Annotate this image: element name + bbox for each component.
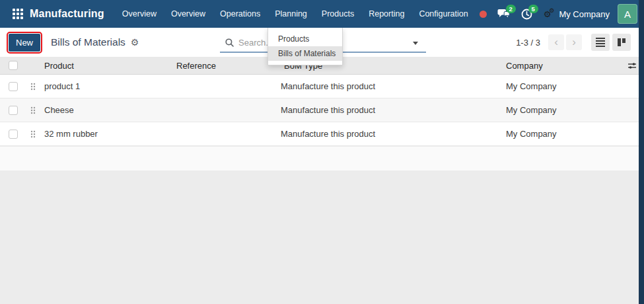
action-gear-icon[interactable]: ⚙: [131, 37, 139, 48]
window-edge-strip: [639, 0, 644, 304]
column-header-product[interactable]: Product: [44, 61, 172, 71]
cell-product: 32 mm rubber: [44, 129, 172, 139]
pager-area: 1-3 / 3 ‹ ›: [516, 34, 639, 51]
drag-handle-icon[interactable]: [30, 106, 36, 114]
app-name[interactable]: Manufacturing: [30, 8, 104, 20]
user-avatar[interactable]: A: [618, 4, 637, 24]
drag-handle-icon[interactable]: [30, 130, 36, 138]
cell-company: My Company: [489, 81, 627, 91]
bom-list-table: Product Reference BoM Type Company: [0, 57, 639, 146]
odoo-manufacturing-screen: Manufacturing Overview Overview Operatio…: [0, 0, 644, 304]
activities-count-badge: 5: [528, 5, 538, 13]
table-row[interactable]: 32 mm rubber Manufacture this product My…: [0, 122, 639, 146]
company-switcher[interactable]: My Company: [559, 9, 610, 19]
activities-button[interactable]: 5: [521, 9, 532, 20]
recording-dot-icon: [480, 11, 487, 18]
pager-next-button[interactable]: ›: [566, 34, 582, 50]
nav-item-operations[interactable]: Operations: [213, 5, 268, 22]
row-checkbox[interactable]: [9, 82, 18, 91]
top-navbar: Manufacturing Overview Overview Operatio…: [0, 0, 644, 28]
kanban-view-icon: [618, 38, 626, 46]
column-header-reference[interactable]: Reference: [172, 61, 281, 71]
pager-prev-button[interactable]: ‹: [548, 34, 564, 50]
systray: 2 5 ⚙⚙ My Company A: [480, 4, 644, 24]
cell-company: My Company: [489, 129, 627, 139]
cell-product: Cheese: [44, 105, 172, 115]
dropdown-item-products[interactable]: Products: [268, 32, 342, 46]
cell-company: My Company: [489, 105, 627, 115]
row-checkbox[interactable]: [9, 130, 18, 139]
nav-item-products[interactable]: Products: [314, 5, 361, 22]
table-row[interactable]: Cheese Manufacture this product My Compa…: [0, 98, 639, 122]
pager-range: 1-3 / 3: [516, 38, 540, 48]
apps-menu-icon[interactable]: [13, 9, 23, 19]
new-button[interactable]: New: [9, 34, 40, 52]
list-view-icon: [596, 38, 605, 47]
select-all-checkbox[interactable]: [9, 61, 18, 70]
adjust-columns-button[interactable]: [627, 61, 639, 70]
cell-bom-type: Manufacture this product: [281, 81, 489, 91]
cell-product: product 1: [44, 81, 172, 91]
cell-bom-type: Manufacture this product: [281, 105, 489, 115]
cell-bom-type: Manufacture this product: [281, 129, 489, 139]
column-header-company[interactable]: Company: [489, 61, 627, 71]
sliders-icon: [627, 61, 637, 70]
select-all-cell: [0, 61, 26, 70]
row-checkbox[interactable]: [9, 106, 18, 115]
settings-gears-icon[interactable]: ⚙⚙: [544, 10, 552, 19]
navbar-left: Manufacturing Overview Overview Operatio…: [0, 5, 476, 22]
filter-caret-icon[interactable]: [413, 42, 418, 45]
products-dropdown-menu: Products Bills of Materials: [268, 28, 343, 65]
main-menu: Overview Overview Operations Planning Pr…: [115, 5, 476, 22]
page-title: Bills of Materials: [51, 36, 125, 48]
list-view-button[interactable]: [591, 34, 610, 51]
messages-count-badge: 2: [506, 5, 516, 13]
breadcrumb-area: New Bills of Materials ⚙: [0, 34, 139, 52]
nav-item-planning[interactable]: Planning: [268, 5, 314, 22]
view-switcher: [591, 34, 631, 51]
dropdown-item-bills-of-materials[interactable]: Bills of Materials: [268, 46, 342, 61]
empty-list-area: [0, 147, 639, 171]
nav-item-reporting[interactable]: Reporting: [361, 5, 411, 22]
kanban-view-button[interactable]: [612, 34, 631, 51]
drag-handle-icon[interactable]: [30, 83, 36, 91]
nav-item-overview-2[interactable]: Overview: [164, 5, 213, 22]
search-icon: [225, 38, 234, 47]
nav-item-configuration[interactable]: Configuration: [411, 5, 475, 22]
nav-item-overview-1[interactable]: Overview: [115, 5, 164, 22]
messages-button[interactable]: 2: [497, 9, 510, 19]
table-row[interactable]: product 1 Manufacture this product My Co…: [0, 75, 639, 98]
